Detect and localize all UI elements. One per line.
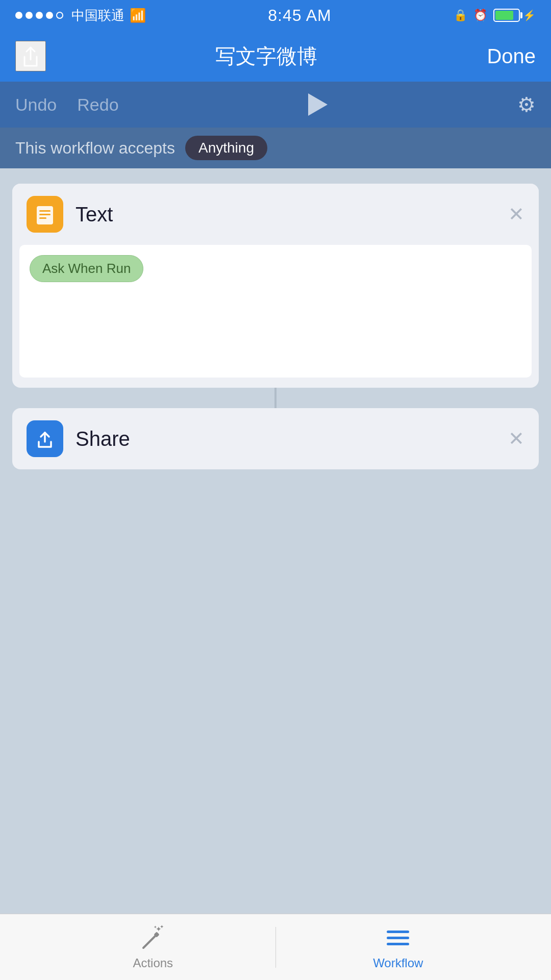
redo-button[interactable]: Redo bbox=[77, 95, 118, 115]
text-action-header: Text ✕ bbox=[12, 184, 539, 245]
battery-icon bbox=[493, 9, 520, 22]
lines-icon-container bbox=[384, 924, 412, 952]
toolbar: Undo Redo ⚙ bbox=[0, 82, 551, 128]
done-button[interactable]: Done bbox=[487, 45, 536, 68]
toolbar-play-area bbox=[119, 93, 517, 116]
share-action-close-button[interactable]: ✕ bbox=[508, 429, 524, 448]
battery-container: ⚡ bbox=[493, 9, 536, 22]
accepts-badge[interactable]: Anything bbox=[185, 136, 267, 160]
text-action-card: Text ✕ Ask When Run bbox=[12, 184, 539, 388]
lines-icon bbox=[387, 931, 409, 945]
svg-rect-2 bbox=[39, 214, 51, 215]
ask-when-run-badge[interactable]: Ask When Run bbox=[30, 255, 143, 282]
status-right: 🔒 ⏰ ⚡ bbox=[454, 9, 536, 22]
svg-line-7 bbox=[143, 935, 157, 948]
signal-dots bbox=[15, 12, 63, 19]
svg-rect-3 bbox=[39, 217, 46, 219]
nav-title: 写文字微博 bbox=[215, 42, 317, 70]
nav-bar: 写文字微博 Done bbox=[0, 31, 551, 82]
gear-icon[interactable]: ⚙ bbox=[517, 93, 536, 116]
status-time: 8:45 AM bbox=[268, 6, 331, 25]
tab-workflow[interactable]: Workflow bbox=[276, 924, 521, 970]
signal-dot-5 bbox=[56, 12, 63, 19]
actions-tab-label: Actions bbox=[133, 956, 173, 970]
share-icon-svg bbox=[34, 428, 56, 450]
tab-actions[interactable]: ✦ ✦ ✦ Actions bbox=[31, 924, 276, 970]
play-button[interactable] bbox=[308, 93, 328, 116]
status-left: 中国联通 📶 bbox=[15, 7, 146, 24]
lock-icon: 🔒 bbox=[454, 9, 467, 22]
svg-rect-1 bbox=[39, 210, 51, 212]
signal-dot-3 bbox=[36, 12, 43, 19]
wand-icon-container: ✦ ✦ ✦ bbox=[139, 924, 167, 952]
share-button[interactable] bbox=[15, 41, 46, 71]
bolt-icon: ⚡ bbox=[523, 9, 536, 21]
text-action-icon bbox=[27, 196, 63, 233]
share-action-card: Share ✕ bbox=[12, 408, 539, 469]
accepts-text: This workflow accepts bbox=[15, 139, 175, 158]
undo-button[interactable]: Undo bbox=[15, 95, 57, 115]
line-3 bbox=[387, 943, 409, 945]
wand-icon: ✦ ✦ ✦ bbox=[139, 924, 167, 952]
line-2 bbox=[387, 937, 409, 939]
action-connector bbox=[274, 388, 277, 408]
text-action-body[interactable]: Ask When Run bbox=[19, 245, 532, 378]
tab-bar: ✦ ✦ ✦ Actions Workflow bbox=[0, 914, 551, 980]
share-icon bbox=[20, 43, 41, 69]
accepts-banner: This workflow accepts Anything bbox=[0, 128, 551, 168]
wifi-icon: 📶 bbox=[130, 8, 146, 23]
line-1 bbox=[387, 931, 409, 933]
share-action-title: Share bbox=[76, 428, 508, 450]
status-bar: 中国联通 📶 8:45 AM 🔒 ⏰ ⚡ bbox=[0, 0, 551, 31]
text-icon-svg bbox=[34, 203, 56, 225]
signal-dot-2 bbox=[26, 12, 33, 19]
workflow-tab-label: Workflow bbox=[373, 956, 423, 970]
share-action-header: Share ✕ bbox=[12, 408, 539, 469]
signal-dot-1 bbox=[15, 12, 22, 19]
svg-text:✦: ✦ bbox=[154, 925, 157, 929]
main-content: Text ✕ Ask When Run Share ✕ bbox=[0, 168, 551, 914]
svg-text:✦: ✦ bbox=[160, 924, 164, 929]
alarm-icon: ⏰ bbox=[473, 9, 487, 22]
text-action-close-button[interactable]: ✕ bbox=[508, 205, 524, 224]
signal-dot-4 bbox=[46, 12, 53, 19]
text-action-title: Text bbox=[76, 203, 508, 226]
share-action-icon bbox=[27, 420, 63, 457]
battery-fill bbox=[495, 11, 513, 20]
carrier-text: 中国联通 bbox=[71, 7, 124, 24]
